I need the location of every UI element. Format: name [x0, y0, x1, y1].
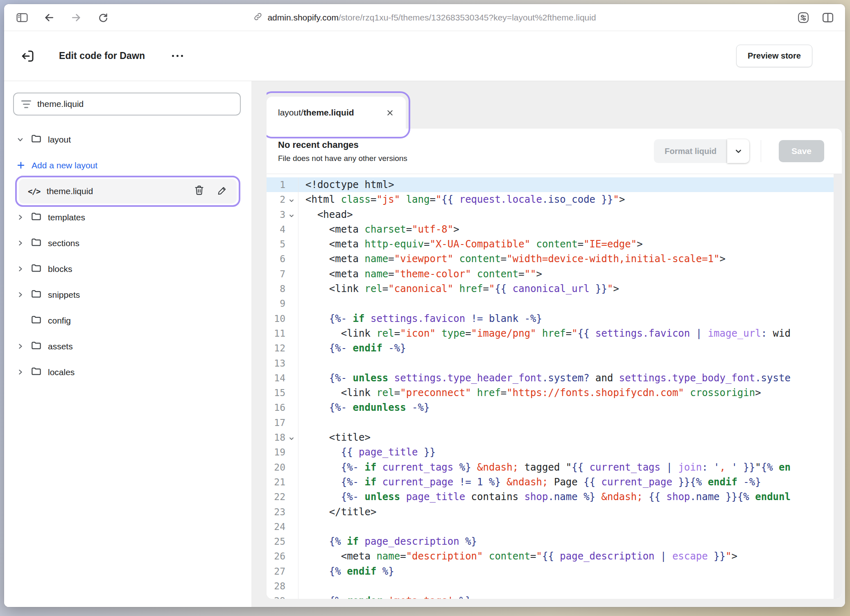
format-dropdown-button[interactable]: [727, 139, 749, 163]
line-gutter[interactable]: 8: [267, 281, 298, 296]
chevron-right-icon[interactable]: [16, 343, 25, 350]
line-gutter[interactable]: 17: [267, 415, 298, 430]
code-line[interactable]: 22 {%- unless page_title contains shop.n…: [267, 489, 842, 504]
code-line[interactable]: 15 <link rel="preconnect" href="https://…: [267, 385, 842, 400]
line-gutter[interactable]: 23: [267, 505, 298, 519]
code-line[interactable]: 4 <meta charset="utf-8">: [267, 222, 842, 237]
trash-icon[interactable]: [194, 185, 205, 198]
line-gutter[interactable]: 22: [267, 489, 298, 504]
code-line[interactable]: 20 {%- if current_tags %} &ndash; tagged…: [267, 460, 842, 475]
line-gutter[interactable]: 29: [267, 593, 298, 599]
url-bar[interactable]: admin.shopify.com/store/rzq1xu-f5/themes…: [253, 4, 596, 31]
line-gutter[interactable]: 27: [267, 564, 298, 579]
code-editor[interactable]: 1<!doctype html>2<html class="js" lang="…: [267, 174, 842, 599]
sidebar-folder-blocks[interactable]: blocks: [4, 256, 251, 282]
line-gutter[interactable]: 21: [267, 475, 298, 489]
code-line[interactable]: 25 {% if page_description %}: [267, 534, 842, 549]
pencil-icon[interactable]: [217, 185, 228, 198]
fold-chevron-icon[interactable]: [285, 195, 298, 204]
line-gutter[interactable]: 25: [267, 534, 298, 549]
search-input[interactable]: [37, 99, 233, 109]
reload-icon[interactable]: [97, 12, 109, 23]
chevron-right-icon[interactable]: [16, 214, 25, 221]
sidebar-folder-templates[interactable]: templates: [4, 204, 251, 230]
line-gutter[interactable]: 7: [267, 267, 298, 281]
add-new-layout-button[interactable]: Add a new layout: [4, 152, 251, 178]
code-line[interactable]: 27 {% endif %}: [267, 564, 842, 579]
format-liquid-button[interactable]: Format liquid: [654, 139, 727, 163]
line-gutter[interactable]: 14: [267, 371, 298, 385]
code-line[interactable]: 9: [267, 296, 842, 311]
more-menu-button[interactable]: [172, 55, 183, 57]
line-gutter[interactable]: 26: [267, 549, 298, 564]
code-line[interactable]: 21 {%- if current_page != 1 %} &ndash; P…: [267, 475, 842, 489]
save-button[interactable]: Save: [779, 140, 824, 162]
sidebar-folder-layout[interactable]: layout: [4, 127, 251, 152]
sidebar-folder-config[interactable]: config: [4, 308, 251, 333]
code-line[interactable]: 2<html class="js" lang="{{ request.local…: [267, 192, 842, 207]
line-gutter[interactable]: 2: [267, 192, 298, 207]
line-gutter[interactable]: 3: [267, 207, 298, 222]
code-line[interactable]: 14 {%- unless settings.type_header_font.…: [267, 371, 842, 385]
code-line[interactable]: 12 {%- endif -%}: [267, 341, 842, 356]
sidebar-folder-sections[interactable]: sections: [4, 230, 251, 256]
fold-chevron-icon[interactable]: [285, 211, 298, 219]
code-line[interactable]: 18 <title>: [267, 430, 842, 445]
code-line[interactable]: 19 {{ page_title }}: [267, 445, 842, 460]
line-gutter[interactable]: 24: [267, 519, 298, 534]
line-gutter[interactable]: 4: [267, 222, 298, 237]
tab-theme-liquid[interactable]: layout/theme.liquid: [267, 97, 406, 129]
code-line[interactable]: 1<!doctype html>: [267, 177, 842, 192]
line-gutter[interactable]: 28: [267, 579, 298, 593]
chevron-right-icon[interactable]: [16, 265, 25, 272]
code-line[interactable]: 16 {%- endunless -%}: [267, 400, 842, 415]
code-line[interactable]: 28: [267, 579, 842, 593]
line-gutter[interactable]: 5: [267, 237, 298, 251]
split-view-icon[interactable]: [822, 12, 834, 23]
sidebar-file-theme-liquid[interactable]: </>theme.liquid: [19, 179, 237, 204]
line-gutter[interactable]: 12: [267, 341, 298, 356]
sidebar-folder-snippets[interactable]: snippets: [4, 282, 251, 308]
page-settings-icon[interactable]: [798, 12, 809, 23]
code-line[interactable]: 23 </title>: [267, 505, 842, 519]
code-line[interactable]: 8 <link rel="canonical" href="{{ canonic…: [267, 281, 842, 296]
folder-label: locales: [48, 367, 75, 377]
code-line[interactable]: 6 <meta name="viewport" content="width=d…: [267, 251, 842, 266]
line-gutter[interactable]: 11: [267, 326, 298, 341]
chevron-right-icon[interactable]: [16, 369, 25, 376]
exit-button[interactable]: [20, 49, 35, 63]
chevron-right-icon[interactable]: [16, 291, 25, 298]
code-line[interactable]: 3 <head>: [267, 207, 842, 222]
code-line[interactable]: 10 {%- if settings.favicon != blank -%}: [267, 311, 842, 326]
line-gutter[interactable]: 15: [267, 385, 298, 400]
line-gutter[interactable]: 1: [267, 177, 298, 192]
back-button[interactable]: [43, 12, 55, 23]
code-line[interactable]: 24: [267, 519, 842, 534]
sidebar-toggle-icon[interactable]: [16, 12, 28, 23]
forward-button[interactable]: [70, 12, 82, 23]
code-line[interactable]: 13: [267, 356, 842, 371]
sidebar-folder-assets[interactable]: assets: [4, 333, 251, 359]
fold-chevron-icon[interactable]: [285, 433, 298, 442]
chevron-right-icon[interactable]: [16, 240, 25, 247]
code-line[interactable]: 7 <meta name="theme-color" content="">: [267, 267, 842, 281]
line-gutter[interactable]: 16: [267, 400, 298, 415]
line-gutter[interactable]: 6: [267, 251, 298, 266]
file-search[interactable]: [13, 93, 241, 116]
line-gutter[interactable]: 19: [267, 445, 298, 460]
chevron-down-icon[interactable]: [16, 136, 25, 143]
code-line[interactable]: 11 <link rel="icon" type="image/png" hre…: [267, 326, 842, 341]
line-gutter[interactable]: 10: [267, 311, 298, 326]
line-gutter[interactable]: 9: [267, 296, 298, 311]
editor-scrollbar[interactable]: [834, 174, 842, 599]
code-line[interactable]: 5 <meta http-equiv="X-UA-Compatible" con…: [267, 237, 842, 251]
line-gutter[interactable]: 20: [267, 460, 298, 475]
tab-close-icon[interactable]: [386, 109, 394, 117]
line-gutter[interactable]: 13: [267, 356, 298, 371]
line-gutter[interactable]: 18: [267, 430, 298, 445]
code-line[interactable]: 29 {% render 'meta-tags' %}: [267, 593, 842, 599]
code-line[interactable]: 26 <meta name="description" content="{{ …: [267, 549, 842, 564]
preview-store-button[interactable]: Preview store: [736, 45, 812, 67]
code-line[interactable]: 17: [267, 415, 842, 430]
sidebar-folder-locales[interactable]: locales: [4, 359, 251, 385]
